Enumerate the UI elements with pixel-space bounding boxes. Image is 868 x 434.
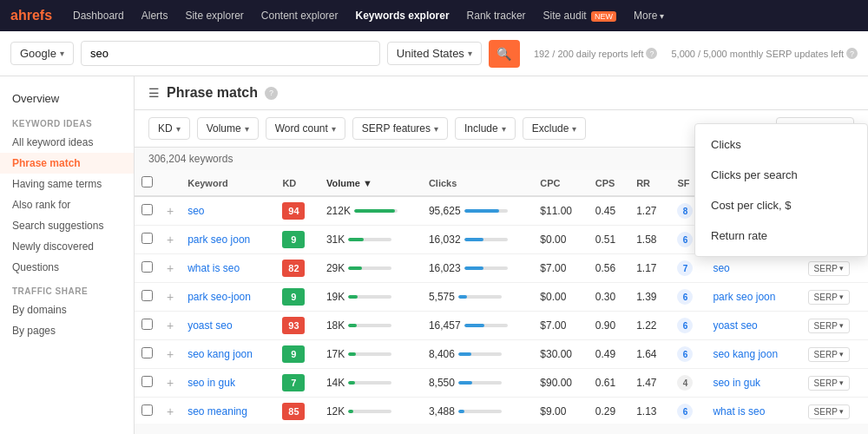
keyword-link[interactable]: seo meaning xyxy=(187,405,247,418)
clicks-bar-track xyxy=(464,266,508,270)
serp-filter-button[interactable]: SERP features xyxy=(352,117,448,140)
volume-filter-button[interactable]: Volume xyxy=(197,117,259,140)
sidebar-newly-discovered[interactable]: Newly discovered xyxy=(0,236,134,257)
sidebar-by-domains[interactable]: By domains xyxy=(0,299,134,320)
sidebar-phrase-match[interactable]: Phrase match xyxy=(0,153,134,174)
rr-value: 1.47 xyxy=(636,377,656,389)
keyword-link[interactable]: seo kang joon xyxy=(187,348,253,360)
exclude-filter-button[interactable]: Exclude xyxy=(523,117,587,140)
row-checkbox[interactable] xyxy=(141,261,153,273)
volume-bar-fill xyxy=(348,352,356,356)
sf-value: 7 xyxy=(677,260,693,276)
reports-help-icon[interactable]: ? xyxy=(646,48,657,59)
sidebar-search-suggestions[interactable]: Search suggestions xyxy=(0,215,134,236)
search-input[interactable] xyxy=(81,41,380,66)
row-rr-cell: 1.64 xyxy=(629,340,670,369)
parent-topic-link[interactable]: seo kang joon xyxy=(713,348,778,360)
sidebar-overview[interactable]: Overview xyxy=(0,87,134,110)
include-filter-button[interactable]: Include xyxy=(455,117,516,140)
sidebar-questions[interactable]: Questions xyxy=(0,257,134,278)
keyword-link[interactable]: what is seo xyxy=(187,262,240,274)
serp-button[interactable]: SERP xyxy=(808,404,850,419)
row-checkbox-cell xyxy=(135,369,160,398)
clicks-bar-fill xyxy=(458,381,472,385)
nav-content-explorer[interactable]: Content explorer xyxy=(254,6,345,25)
dropdown-clicks[interactable]: Clicks xyxy=(695,129,867,160)
clicks-bar: 5,575 xyxy=(429,291,526,303)
nav-rank-tracker[interactable]: Rank tracker xyxy=(460,6,533,25)
row-checkbox[interactable] xyxy=(141,233,153,244)
kd-filter-button[interactable]: KD xyxy=(148,117,190,140)
sidebar-by-pages[interactable]: By pages xyxy=(0,320,134,341)
parent-topic-link[interactable]: seo in guk xyxy=(713,377,760,389)
add-keyword-button[interactable]: + xyxy=(167,261,174,275)
add-keyword-button[interactable]: + xyxy=(167,233,174,247)
search-button[interactable]: 🔍 xyxy=(489,40,520,68)
parent-topic-link[interactable]: park seo joon xyxy=(713,291,775,303)
parent-topic-link[interactable]: seo xyxy=(713,262,729,274)
serp-button[interactable]: SERP xyxy=(808,261,850,276)
clicks-bar-track xyxy=(458,410,502,413)
sidebar-all-keyword-ideas[interactable]: All keyword ideas xyxy=(0,132,134,153)
add-keyword-button[interactable]: + xyxy=(167,204,174,218)
nav-site-explorer[interactable]: Site explorer xyxy=(178,6,250,25)
dropdown-cost-per-click[interactable]: Cost per click, $ xyxy=(695,190,867,220)
engine-select[interactable]: Google xyxy=(10,42,74,65)
serp-button[interactable]: SERP xyxy=(808,319,850,333)
keyword-link[interactable]: park seo joon xyxy=(187,233,250,246)
kd-badge: 9 xyxy=(282,288,305,306)
volume-bar-track xyxy=(348,266,391,270)
dropdown-clicks-per-search[interactable]: Clicks per search xyxy=(695,160,867,190)
row-checkbox[interactable] xyxy=(141,204,153,215)
keyword-link[interactable]: seo xyxy=(187,205,204,217)
parent-topic-link[interactable]: yoast seo xyxy=(713,319,757,332)
add-keyword-button[interactable]: + xyxy=(167,404,174,418)
table-row: + seo kang joon 9 17K 8,406 xyxy=(135,340,868,369)
add-keyword-button[interactable]: + xyxy=(167,290,174,304)
row-volume-cell: 212K xyxy=(319,196,422,226)
volume-bar-track xyxy=(348,324,391,327)
row-checkbox[interactable] xyxy=(141,376,153,387)
clicks-bar-fill xyxy=(464,266,483,270)
row-kd-cell: 85 xyxy=(275,398,319,424)
hamburger-icon[interactable]: ☰ xyxy=(148,86,160,100)
serp-button[interactable]: SERP xyxy=(808,290,850,305)
keyword-link[interactable]: seo in guk xyxy=(187,377,235,389)
nav-more[interactable]: More xyxy=(627,6,671,25)
nav-keywords-explorer[interactable]: Keywords explorer xyxy=(349,6,457,25)
keyword-link[interactable]: yoast seo xyxy=(187,319,232,332)
row-kd-cell: 9 xyxy=(275,226,319,254)
nav-site-audit[interactable]: Site audit NEW xyxy=(536,6,623,25)
add-keyword-button[interactable]: + xyxy=(167,376,174,390)
serp-button[interactable]: SERP xyxy=(808,347,850,362)
dropdown-return-rate[interactable]: Return rate xyxy=(695,220,867,251)
row-checkbox[interactable] xyxy=(141,404,153,416)
cps-value: 0.45 xyxy=(595,205,615,217)
serp-help-icon[interactable]: ? xyxy=(846,48,858,59)
col-volume[interactable]: Volume ▼ xyxy=(319,170,422,196)
add-keyword-button[interactable]: + xyxy=(167,319,174,332)
add-keyword-button[interactable]: + xyxy=(167,347,174,361)
volume-bar: 31K xyxy=(326,233,415,246)
row-cps-cell: 0.51 xyxy=(589,226,629,254)
nav-dashboard[interactable]: Dashboard xyxy=(66,6,131,25)
wordcount-filter-button[interactable]: Word count xyxy=(266,117,345,140)
parent-topic-link[interactable]: what is seo xyxy=(713,405,765,418)
table-row: + yoast seo 93 18K 16,457 xyxy=(135,312,868,340)
country-select[interactable]: United States xyxy=(387,42,482,65)
row-cpc-cell: $11.00 xyxy=(533,196,588,226)
row-checkbox[interactable] xyxy=(141,290,153,301)
keyword-link[interactable]: park seo-joon xyxy=(187,291,251,303)
traffic-share-section-title: TRAFFIC SHARE xyxy=(0,278,134,299)
serp-button[interactable]: SERP xyxy=(808,376,850,391)
sidebar-also-rank-for[interactable]: Also rank for xyxy=(0,194,134,215)
row-parent-cell: seo kang joon xyxy=(706,340,800,369)
row-checkbox[interactable] xyxy=(141,347,153,358)
row-add-cell: + xyxy=(160,283,181,312)
page-help-icon[interactable]: ? xyxy=(265,87,278,100)
sidebar-having-same-terms[interactable]: Having same terms xyxy=(0,174,134,194)
nav-alerts[interactable]: Alerts xyxy=(135,6,175,25)
row-checkbox[interactable] xyxy=(141,319,153,330)
select-all-checkbox[interactable] xyxy=(141,176,153,187)
row-add-cell: + xyxy=(160,196,181,226)
